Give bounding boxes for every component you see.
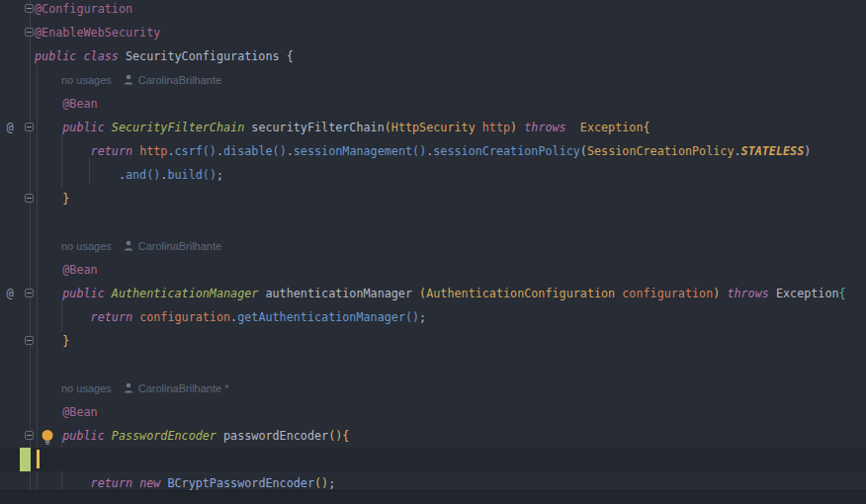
- code-token: throws: [517, 121, 580, 134]
- code-token: [35, 192, 62, 206]
- code-token: [35, 287, 62, 300]
- code-line[interactable]: return http.csrf().disable().sessionMana…: [0, 139, 866, 163]
- code-token: SessionCreationPolicy: [587, 144, 735, 158]
- code-token: (): [405, 310, 419, 324]
- code-token: AuthenticationManager: [112, 287, 259, 300]
- text-caret: [37, 450, 40, 468]
- code-token: @Bean: [62, 405, 97, 419]
- code-token: [35, 97, 62, 111]
- code-token: disable: [223, 144, 273, 158]
- code-line[interactable]: [0, 353, 866, 377]
- code-line-text: public SecurityFilterChain securityFilte…: [35, 116, 866, 139]
- fold-toggle-icon[interactable]: [25, 431, 34, 440]
- usage-author-hint[interactable]: no usagesCarolinaBrilhante *: [35, 377, 866, 400]
- code-line[interactable]: [0, 448, 866, 471]
- code-line[interactable]: @Bean: [0, 92, 866, 116]
- code-token: getAuthenticationManager: [237, 310, 405, 324]
- code-token: }: [62, 192, 69, 206]
- intention-bulb-icon[interactable]: [41, 428, 54, 444]
- code-line[interactable]: @ public AuthenticationManager authentic…: [0, 282, 866, 305]
- code-line[interactable]: public PasswordEncoder passwordEncoder()…: [0, 424, 866, 448]
- code-token: HttpSecurity: [391, 121, 476, 134]
- code-token: SecurityConfigurations {: [119, 49, 294, 63]
- annotation-at-icon: @: [3, 282, 17, 305]
- code-token: new: [139, 476, 167, 490]
- code-token: PasswordEncoder: [112, 429, 216, 443]
- inlay-hint-row[interactable]: no usagesCarolinaBrilhante *: [0, 377, 866, 400]
- code-token: (){: [328, 429, 349, 443]
- code-token: ;: [419, 310, 426, 324]
- code-token: AuthenticationConfiguration: [426, 287, 615, 300]
- code-token: and: [126, 168, 146, 182]
- fold-toggle-icon[interactable]: [25, 194, 34, 203]
- no-usages-hint[interactable]: no usages: [61, 377, 112, 400]
- no-usages-hint[interactable]: no usages: [61, 68, 112, 92]
- code-line[interactable]: @EnableWebSecurity: [0, 21, 866, 44]
- usage-author-hint[interactable]: no usagesCarolinaBrilhante: [35, 68, 866, 92]
- code-line[interactable]: return configuration.getAuthenticationMa…: [0, 305, 866, 329]
- code-token: throws: [720, 287, 776, 300]
- usage-author-hint[interactable]: no usagesCarolinaBrilhante: [35, 234, 866, 258]
- code-token: csrf: [175, 144, 203, 158]
- code-token: public: [62, 121, 112, 134]
- author-hint[interactable]: CarolinaBrilhante: [138, 234, 221, 258]
- code-token: public: [62, 287, 112, 300]
- code-line-text: @EnableWebSecurity: [35, 21, 866, 44]
- code-line[interactable]: @Configuration: [0, 0, 866, 21]
- code-token: public class: [35, 49, 119, 63]
- inlay-hint-row[interactable]: no usagesCarolinaBrilhante: [0, 234, 866, 258]
- code-token: .: [216, 144, 223, 158]
- code-line-text: public PasswordEncoder passwordEncoder()…: [35, 424, 866, 448]
- code-token: [35, 144, 91, 158]
- code-line-text: }: [35, 187, 866, 210]
- code-token: {: [839, 287, 846, 300]
- no-usages-hint[interactable]: no usages: [61, 234, 112, 258]
- code-token: .: [167, 144, 174, 158]
- code-token: [35, 334, 62, 348]
- code-token: authenticationManager: [258, 287, 419, 300]
- code-line-text: public AuthenticationManager authenticat…: [35, 282, 866, 305]
- code-line-text: return http.csrf().disable().sessionMana…: [35, 139, 866, 163]
- code-line[interactable]: [0, 210, 866, 234]
- code-editor[interactable]: @Configuration@EnableWebSecuritypublic c…: [0, 0, 866, 504]
- code-token: return: [91, 144, 140, 158]
- code-token: http: [476, 121, 510, 134]
- code-token: (): [203, 144, 216, 158]
- code-line[interactable]: }: [0, 187, 866, 210]
- code-line[interactable]: @Bean: [0, 400, 866, 424]
- code-token: ): [804, 144, 811, 158]
- author-hint[interactable]: CarolinaBrilhante: [138, 68, 221, 92]
- code-line[interactable]: public class SecurityConfigurations {: [0, 44, 866, 68]
- vcs-added-marker[interactable]: [20, 448, 31, 471]
- fold-toggle-icon[interactable]: [25, 336, 34, 345]
- code-token: ;: [216, 168, 223, 182]
- code-line[interactable]: .and().build();: [0, 163, 866, 187]
- code-line[interactable]: @ public SecurityFilterChain securityFil…: [0, 116, 866, 139]
- fold-toggle-icon[interactable]: [25, 28, 34, 37]
- author-hint[interactable]: CarolinaBrilhante *: [138, 377, 229, 400]
- code-line-text: @Configuration: [35, 0, 866, 21]
- code-token: @Bean: [62, 263, 97, 277]
- inlay-hint-row[interactable]: no usagesCarolinaBrilhante: [0, 68, 866, 92]
- code-token: ;: [328, 476, 335, 490]
- code-token: {: [644, 121, 650, 134]
- code-token: sessionManagement: [294, 144, 412, 158]
- code-token: [35, 168, 119, 182]
- code-token: passwordEncoder: [216, 429, 328, 443]
- code-line-text: @Bean: [35, 258, 866, 282]
- code-token: [35, 263, 62, 277]
- person-icon: [124, 235, 133, 259]
- fold-toggle-icon[interactable]: [25, 4, 34, 13]
- code-token: http: [139, 144, 167, 158]
- code-token: .: [287, 144, 294, 158]
- code-line[interactable]: @Bean: [0, 258, 866, 282]
- code-token: configuration: [139, 310, 230, 324]
- code-token: securityFilterChain: [244, 121, 384, 134]
- code-token: Exception: [580, 121, 644, 134]
- fold-toggle-icon[interactable]: [25, 123, 34, 131]
- code-line[interactable]: }: [0, 329, 866, 353]
- code-line-text: @Bean: [35, 92, 866, 116]
- code-token: [35, 310, 91, 324]
- fold-toggle-icon[interactable]: [25, 289, 34, 297]
- code-token: (): [203, 168, 216, 182]
